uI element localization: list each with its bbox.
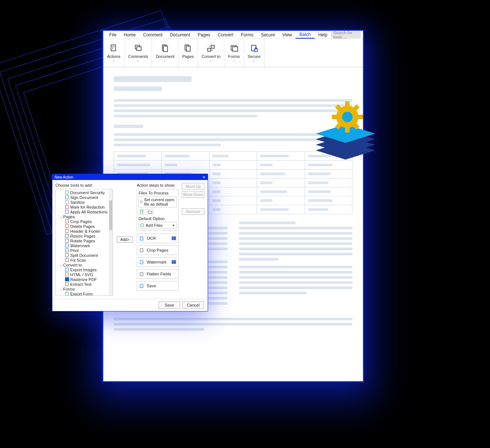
choose-tools-label: Choose tools to add: <box>55 183 113 187</box>
menu-help[interactable]: Help <box>315 32 331 38</box>
svg-rect-41 <box>140 261 143 264</box>
tree-sanitize[interactable]: Sanitize <box>56 200 113 205</box>
settings-icon[interactable] <box>172 236 176 240</box>
menu-pages[interactable]: Pages <box>194 32 214 38</box>
menu-document[interactable]: Document <box>166 32 194 38</box>
tree-pages[interactable]: ⌄Pages <box>56 214 113 219</box>
chevron-down-icon: ⌄ <box>253 59 255 62</box>
tree-resize-pages[interactable]: Resize Pages <box>56 233 113 238</box>
dialog-titlebar: New Action ✕ <box>52 174 208 180</box>
chevron-down-icon: ⌄ <box>164 59 166 62</box>
svg-rect-29 <box>65 277 69 281</box>
chevron-down-icon: ⌄ <box>137 59 139 62</box>
save-button[interactable]: Save <box>159 301 180 309</box>
tree-document-security[interactable]: Document Security <box>56 190 113 195</box>
svg-rect-2 <box>137 47 141 50</box>
eximg-icon <box>65 268 69 272</box>
tree-fix-scan[interactable]: Fix Scan <box>56 258 113 262</box>
tree-watermark[interactable]: Watermark <box>56 243 113 248</box>
menu-forms[interactable]: Forms <box>237 32 257 38</box>
ribbon-convert[interactable]: Convert to⌄ <box>198 39 225 67</box>
redactapply-icon <box>65 210 69 214</box>
svg-rect-40 <box>140 249 143 252</box>
ribbon-secure[interactable]: Secure⌄ <box>244 39 265 67</box>
add-button[interactable]: Add> <box>117 236 133 243</box>
close-icon[interactable]: ✕ <box>202 175 205 179</box>
ribbon-document[interactable]: Document⌄ <box>152 39 178 67</box>
svg-rect-24 <box>65 249 68 252</box>
tree-mark-for-redaction[interactable]: Mark for Redaction <box>56 205 113 209</box>
menu-file[interactable]: File <box>106 32 120 38</box>
tree-rasterize-pdf[interactable]: Rasterize PDF <box>56 277 113 282</box>
decoration-gear-stack <box>312 100 383 174</box>
set-default-checkbox[interactable]: Set current open file as default <box>139 196 177 207</box>
ribbon-bar: Actions⌄Comments⌄Document⌄Pages⌄Convert … <box>103 39 363 67</box>
search-input[interactable]: Search for tools ... <box>331 32 361 38</box>
step-save[interactable]: Save <box>137 281 179 291</box>
forms-icon <box>230 44 238 53</box>
svg-rect-43 <box>140 284 143 288</box>
move-up-button[interactable]: Move Up <box>182 183 205 190</box>
crop-icon <box>65 219 69 224</box>
svg-rect-6 <box>186 46 190 51</box>
tree-twisty-icon: ⌄ <box>59 287 63 291</box>
svg-rect-20 <box>65 229 68 233</box>
default-option-label: Default Option <box>139 216 177 221</box>
tree-apply-all-redactions[interactable]: Apply All Redactions <box>56 209 113 214</box>
move-down-button[interactable]: Move Down <box>182 191 205 198</box>
tree-html-svg[interactable]: HTML / SVG <box>56 272 113 277</box>
add-file-icon[interactable] <box>139 209 145 215</box>
add-folder-icon[interactable] <box>147 209 153 215</box>
svg-rect-31 <box>65 292 68 295</box>
svg-rect-16 <box>65 205 68 209</box>
ribbon-pages[interactable]: Pages⌄ <box>178 39 198 67</box>
menu-convert[interactable]: Convert <box>214 32 237 38</box>
chevron-down-icon: ⌄ <box>113 59 115 62</box>
cancel-button[interactable]: Cancel <box>182 301 204 309</box>
menu-home[interactable]: Home <box>120 32 139 38</box>
tree-extract-text[interactable]: Extract Text <box>56 282 113 287</box>
tree-export-images[interactable]: Export Images <box>56 267 113 272</box>
menu-comment[interactable]: Comment <box>139 32 166 38</box>
svg-rect-14 <box>65 196 68 199</box>
remove-button[interactable]: Remove <box>182 208 205 215</box>
document-icon <box>160 44 169 53</box>
svg-rect-42 <box>140 272 143 276</box>
tree-export-form[interactable]: Export Form <box>56 291 113 296</box>
ribbon-forms[interactable]: Forms⌄ <box>224 39 244 67</box>
tree-sign-document[interactable]: Sign Document <box>56 195 113 200</box>
settings-icon[interactable] <box>172 260 176 264</box>
secure-icon <box>250 44 259 53</box>
ribbon-comments[interactable]: Comments⌄ <box>124 39 152 67</box>
tree-convert-to[interactable]: ⌄Convert to <box>56 262 113 267</box>
svg-rect-0 <box>111 45 116 51</box>
tree-split-document[interactable]: Split Document <box>56 253 113 258</box>
delete-icon <box>65 224 69 229</box>
svg-rect-12 <box>254 49 257 52</box>
menu-secure[interactable]: Secure <box>257 32 279 38</box>
tree-crop-pages[interactable]: Crop Pages <box>56 219 113 224</box>
tree-print[interactable]: Print <box>56 248 113 253</box>
step-ocr[interactable]: OCR <box>137 233 179 243</box>
chevron-down-icon: ▼ <box>172 224 175 227</box>
tree-delete-pages[interactable]: Delete Pages <box>56 224 113 229</box>
menu-batch[interactable]: Batch <box>296 31 315 39</box>
files-header: Files To Process <box>139 191 177 195</box>
scrollbar[interactable] <box>109 189 113 295</box>
tree-header-footer[interactable]: Header & Footer <box>56 229 113 233</box>
fixscan-icon <box>65 258 69 262</box>
svg-rect-49 <box>345 101 350 107</box>
step-flatten-fields[interactable]: Flatten Fields <box>137 269 179 279</box>
tree-rotate-pages[interactable]: Rotate Pages <box>56 238 113 243</box>
ribbon-actions[interactable]: Actions⌄ <box>103 39 124 67</box>
svg-rect-30 <box>65 282 68 286</box>
html-icon <box>65 272 69 277</box>
files-to-process-box: Files To Process Set current open file a… <box>137 189 179 230</box>
menu-view[interactable]: View <box>279 32 296 38</box>
tools-tree[interactable]: Document SecuritySign DocumentSanitizeMa… <box>55 189 113 296</box>
add-files-select[interactable]: Add Files ▼ <box>139 222 177 229</box>
sanitize-icon <box>65 200 69 205</box>
tree-forms[interactable]: ⌄Forms <box>56 287 113 291</box>
step-crop-pages[interactable]: Crop Pages <box>137 245 179 255</box>
step-watermark[interactable]: Watermark <box>137 257 179 267</box>
